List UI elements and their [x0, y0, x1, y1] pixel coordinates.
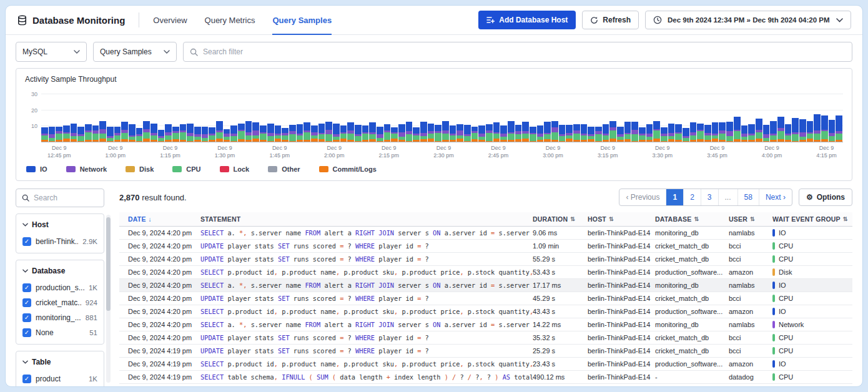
checkbox-checked[interactable]: ✓ — [22, 237, 31, 246]
time-range-picker[interactable]: Dec 9th 2024 12:34 PM » Dec 9th 2024 04:… — [645, 11, 851, 29]
chart-bar[interactable] — [355, 125, 362, 142]
chart-bar[interactable] — [406, 122, 413, 142]
column-header-host[interactable]: HOST⇅ — [588, 215, 655, 223]
facet-item-label[interactable]: product — [36, 375, 61, 383]
legend-item-commit-logs[interactable]: Commit/Logs — [319, 165, 377, 173]
checkbox-checked[interactable]: ✓ — [22, 298, 31, 307]
chart-bar[interactable] — [369, 122, 376, 142]
table-row[interactable]: Dec 9, 2024 4:20 pmUPDATE player_stats S… — [119, 253, 852, 266]
column-header-user[interactable]: USER⇅ — [729, 215, 772, 223]
chart-bar[interactable] — [478, 125, 485, 142]
table-row[interactable]: Dec 9, 2024 4:20 pmSELECT a. *, s.server… — [119, 318, 852, 331]
pagination-page-2[interactable]: 2 — [683, 189, 701, 205]
chart-bar[interactable] — [209, 127, 215, 142]
facet-group-header-table[interactable]: Table — [22, 358, 97, 366]
pagination-previous[interactable]: ‹ Previous — [619, 189, 666, 205]
chart-bar[interactable] — [726, 122, 733, 142]
chart-bar[interactable] — [785, 124, 792, 142]
view-type-select[interactable]: Query Samples — [93, 42, 177, 62]
chart-bar[interactable] — [49, 127, 56, 142]
table-row[interactable]: Dec 9, 2024 4:20 pmSELECT a. *, s.server… — [119, 279, 852, 292]
chart-bar[interactable] — [456, 124, 463, 142]
chart-bar[interactable] — [216, 121, 223, 142]
chart-bar[interactable] — [573, 124, 580, 142]
table-row[interactable]: Dec 9, 2024 4:20 pmUPDATE player_stats S… — [119, 292, 852, 305]
chart-bar[interactable] — [282, 128, 289, 142]
chart-bar[interactable] — [99, 121, 106, 142]
table-row[interactable]: Dec 9, 2024 4:20 pmUPDATE player_stats S… — [119, 331, 852, 345]
chart-bar[interactable] — [763, 125, 770, 142]
legend-item-other[interactable]: Other — [268, 165, 300, 173]
chart-plot-area[interactable]: 102030 — [41, 91, 843, 142]
chart-bar[interactable] — [675, 124, 682, 142]
chart-bar[interactable] — [267, 124, 274, 142]
chart-bar[interactable] — [704, 125, 711, 142]
chart-bar[interactable] — [180, 124, 187, 142]
chart-bar[interactable] — [391, 127, 398, 142]
chart-bar[interactable] — [551, 121, 558, 142]
chart-bar[interactable] — [770, 121, 777, 142]
chart-bar[interactable] — [777, 117, 784, 142]
facet-item-label[interactable]: monitoring_... — [36, 313, 81, 322]
chart-bar[interactable] — [136, 128, 143, 142]
chart-bar[interactable] — [275, 125, 282, 142]
chart-bar[interactable] — [646, 124, 653, 142]
chart-bar[interactable] — [303, 122, 310, 142]
column-header-wait-event-group[interactable]: WAIT EVENT GROUP⇅ — [772, 215, 852, 223]
chart-bar[interactable] — [814, 114, 821, 142]
chart-bar[interactable] — [734, 117, 741, 142]
chart-bar[interactable] — [340, 125, 347, 142]
column-header-database[interactable]: DATABASE⇅ — [655, 215, 729, 223]
chart-bar[interactable] — [792, 118, 799, 142]
table-row[interactable]: Dec 9, 2024 4:20 pmSELECT p.product_id, … — [119, 305, 852, 318]
chart-bar[interactable] — [712, 122, 719, 142]
chart-bar[interactable] — [508, 121, 515, 142]
chart-bar[interactable] — [165, 124, 172, 142]
chart-bar[interactable] — [442, 121, 449, 142]
chart-bar[interactable] — [238, 124, 245, 142]
chart-bar[interactable] — [41, 127, 48, 142]
tab-query-samples[interactable]: Query Samples — [272, 6, 332, 35]
chart-bar[interactable] — [588, 127, 594, 142]
chart-bar[interactable] — [158, 130, 165, 142]
sidebar-scrollbar-thumb[interactable] — [106, 217, 111, 311]
checkbox-checked[interactable]: ✓ — [22, 313, 31, 322]
checkbox-checked[interactable]: ✓ — [22, 328, 31, 337]
chart-bar[interactable] — [289, 125, 296, 142]
chart-bar[interactable] — [252, 122, 259, 142]
chart-bar[interactable] — [311, 125, 318, 142]
chart-bar[interactable] — [63, 125, 70, 142]
chart-bar[interactable] — [420, 122, 427, 142]
chart-bar[interactable] — [748, 124, 755, 142]
facet-item-label[interactable]: cricket_matc... — [36, 298, 81, 307]
chart-bar[interactable] — [260, 125, 267, 142]
pagination-page-58[interactable]: 58 — [737, 189, 759, 205]
checkbox-checked[interactable]: ✓ — [22, 283, 31, 292]
chart-bar[interactable] — [143, 121, 150, 142]
chart-bar[interactable] — [624, 122, 631, 142]
chart-bar[interactable] — [245, 121, 252, 142]
chart-bar[interactable] — [807, 121, 814, 142]
search-filter-input[interactable] — [203, 47, 846, 56]
chart-bar[interactable] — [566, 125, 573, 142]
options-button[interactable]: ⚙ Options — [799, 189, 852, 206]
chart-bar[interactable] — [559, 125, 566, 142]
facet-group-header-database[interactable]: Database — [22, 267, 97, 275]
legend-item-io[interactable]: IO — [26, 165, 47, 173]
chart-bar[interactable] — [428, 124, 435, 142]
chart-bar[interactable] — [683, 128, 689, 142]
table-row[interactable]: Dec 9, 2024 4:20 pmUPDATE player_stats S… — [119, 240, 852, 253]
chart-bar[interactable] — [187, 124, 194, 142]
chart-bar[interactable] — [224, 129, 230, 142]
chart-bar[interactable] — [172, 127, 179, 142]
chart-bar[interactable] — [530, 127, 536, 142]
chart-bar[interactable] — [450, 125, 456, 142]
pagination-page-1[interactable]: 1 — [666, 189, 683, 205]
chart-bar[interactable] — [297, 124, 303, 142]
chart-bar[interactable] — [347, 122, 354, 142]
facet-group-header-host[interactable]: Host — [22, 220, 97, 229]
legend-item-network[interactable]: Network — [66, 165, 107, 173]
chart-bar[interactable] — [333, 124, 340, 142]
chart-bar[interactable] — [609, 121, 616, 142]
refresh-button[interactable]: Refresh — [582, 11, 639, 29]
